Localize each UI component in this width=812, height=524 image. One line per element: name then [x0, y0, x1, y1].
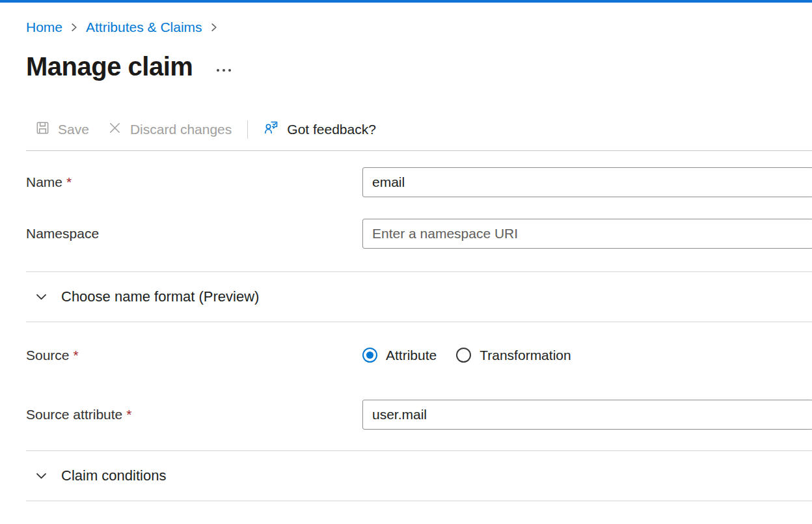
source-attribute-input[interactable] — [362, 400, 812, 430]
choose-name-format-label: Choose name format (Preview) — [61, 288, 259, 305]
save-icon — [35, 120, 50, 139]
radio-selected-icon — [362, 348, 377, 363]
claim-conditions-label: Claim conditions — [61, 467, 166, 484]
got-feedback-button[interactable]: Got feedback? — [254, 114, 385, 145]
transformation-radio-label: Transformation — [480, 348, 571, 363]
attribute-radio-label: Attribute — [386, 348, 437, 363]
page-title: Manage claim — [26, 52, 193, 81]
namespace-input[interactable] — [362, 219, 812, 249]
dismiss-icon — [107, 120, 122, 139]
discard-changes-button[interactable]: Discard changes — [98, 114, 241, 145]
source-attribute-radio[interactable]: Attribute — [362, 348, 437, 363]
required-asterisk: * — [126, 407, 131, 422]
required-asterisk: * — [66, 174, 72, 189]
name-label: Name* — [26, 174, 362, 190]
breadcrumb-attributes-claims-link[interactable]: Attributes & Claims — [86, 20, 202, 35]
choose-name-format-section-header[interactable]: Choose name format (Preview) — [26, 272, 812, 322]
command-bar: Save Discard changes Got feedback? — [26, 114, 812, 145]
chevron-right-icon — [210, 22, 219, 33]
source-field-row: Source* Attribute Transformation — [26, 340, 812, 370]
required-asterisk: * — [74, 348, 79, 363]
claim-conditions-section-header[interactable]: Claim conditions — [26, 451, 812, 501]
source-transformation-radio[interactable]: Transformation — [456, 348, 571, 363]
breadcrumb: Home Attributes & Claims — [26, 3, 812, 35]
source-attribute-label: Source attribute* — [26, 407, 362, 422]
discard-changes-label: Discard changes — [130, 122, 232, 137]
section-divider — [26, 322, 812, 322]
source-attribute-field-row: Source attribute* — [26, 400, 812, 430]
got-feedback-label: Got feedback? — [287, 122, 376, 137]
name-field-row: Name* — [26, 167, 812, 197]
chevron-down-icon — [35, 291, 47, 303]
source-radio-group: Attribute Transformation — [362, 348, 812, 363]
save-button[interactable]: Save — [26, 114, 98, 145]
name-input[interactable] — [362, 167, 812, 197]
radio-unselected-icon — [456, 348, 471, 363]
namespace-label: Namespace — [26, 226, 362, 241]
chevron-right-icon — [70, 22, 79, 33]
toolbar-divider — [26, 150, 812, 151]
toolbar-separator — [247, 120, 248, 139]
chevron-down-icon — [35, 470, 47, 482]
section-divider — [26, 501, 812, 501]
save-label: Save — [58, 122, 89, 137]
namespace-field-row: Namespace — [26, 219, 812, 249]
breadcrumb-home-link[interactable]: Home — [26, 20, 62, 35]
source-label: Source* — [26, 348, 362, 363]
more-options-icon[interactable] — [211, 65, 236, 76]
person-feedback-icon — [264, 120, 279, 139]
